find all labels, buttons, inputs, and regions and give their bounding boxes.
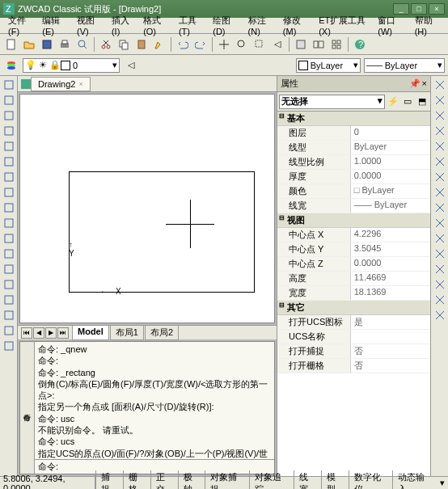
stretch-icon[interactable] <box>432 200 448 215</box>
ellipse-icon[interactable] <box>1 200 17 215</box>
offset-icon[interactable] <box>432 124 448 138</box>
property-row[interactable]: 图层0 <box>277 126 430 141</box>
new-icon[interactable] <box>3 36 19 53</box>
status-toggle[interactable]: 模型 <box>321 470 349 490</box>
arc-icon[interactable] <box>1 139 17 154</box>
property-row[interactable]: 打开捕捉否 <box>277 344 430 359</box>
menu-item[interactable]: 工具(T) <box>174 13 208 38</box>
scale-icon[interactable] <box>432 185 448 200</box>
break-icon[interactable] <box>432 247 448 261</box>
block-icon[interactable] <box>1 231 17 246</box>
tool-palette-icon[interactable] <box>328 36 344 53</box>
open-icon[interactable] <box>21 36 37 53</box>
copy-icon[interactable] <box>432 93 448 107</box>
mtext-icon[interactable] <box>1 339 17 353</box>
property-row[interactable]: 中心点 X4.2296 <box>277 228 430 242</box>
command-history[interactable]: 命令: _qnew 命令: 命令: _rectang 倒角(C)/标高(E)/圆… <box>35 342 274 459</box>
property-row[interactable]: 颜色□ ByLayer <box>277 184 430 199</box>
menu-item[interactable]: 标注(N) <box>243 13 278 38</box>
undo-icon[interactable] <box>175 36 191 53</box>
erase-icon[interactable] <box>432 78 448 92</box>
menu-item[interactable]: 插入(I) <box>107 13 138 38</box>
properties-icon[interactable] <box>293 36 309 53</box>
rotate-icon[interactable] <box>432 170 448 184</box>
menu-item[interactable]: 格式(O) <box>138 13 174 38</box>
pin-icon[interactable]: 📌 <box>409 78 421 89</box>
property-category[interactable]: 其它 <box>277 301 430 315</box>
document-tab[interactable]: Drawing2× <box>31 77 91 91</box>
status-toggle[interactable]: 数字化仪 <box>349 470 393 490</box>
tab-first-button[interactable]: ⏮ <box>21 327 32 339</box>
move-icon[interactable] <box>432 154 448 169</box>
paste-icon[interactable] <box>133 36 150 53</box>
status-toggle[interactable]: 对象追踪 <box>249 470 294 490</box>
tab-last-button[interactable]: ⏭ <box>57 327 69 339</box>
fillet-icon[interactable] <box>432 293 448 307</box>
status-toggle[interactable]: 动态输入 <box>392 470 437 490</box>
menu-item[interactable]: 窗口(W) <box>373 13 409 38</box>
property-row[interactable]: 打开UCS图标是 <box>277 315 430 330</box>
menu-item[interactable]: 编辑(E) <box>37 13 72 38</box>
status-toggle[interactable]: 栅格 <box>123 470 150 490</box>
array-icon[interactable] <box>432 139 448 154</box>
tab-next-button[interactable]: ▶ <box>45 327 57 339</box>
properties-grid[interactable]: 基本图层0线型ByLayer线型比例1.0000厚度0.0000颜色□ ByLa… <box>277 112 430 476</box>
match-icon[interactable] <box>151 36 167 53</box>
chevron-icon[interactable]: ▾ <box>437 478 448 488</box>
property-row[interactable]: 线型ByLayer <box>277 141 430 155</box>
property-row[interactable]: 中心点 Z0.0000 <box>277 257 430 272</box>
toggle-pim-icon[interactable]: ⬒ <box>416 95 429 108</box>
redo-icon[interactable] <box>192 36 209 53</box>
status-toggle[interactable]: 极轴 <box>178 470 205 490</box>
menu-item[interactable]: 视图(V) <box>72 13 107 38</box>
table-icon[interactable] <box>1 308 17 322</box>
layer-prev-icon[interactable]: ◁ <box>123 57 139 74</box>
layout-tab[interactable]: Model <box>72 325 109 340</box>
hatch-icon[interactable] <box>1 262 17 276</box>
status-toggle[interactable]: 线宽 <box>294 470 321 490</box>
menu-item[interactable]: 绘图(D) <box>208 13 243 38</box>
select-objects-icon[interactable]: ▭ <box>401 95 414 108</box>
polygon-icon[interactable] <box>1 108 17 123</box>
pline-icon[interactable] <box>1 93 17 107</box>
menu-item[interactable]: 修改(M) <box>278 13 314 38</box>
layout-tab[interactable]: 布局1 <box>110 325 144 340</box>
preview-icon[interactable] <box>74 36 91 53</box>
status-toggle[interactable]: 捕捉 <box>95 470 123 490</box>
design-center-icon[interactable] <box>311 36 327 53</box>
tab-prev-button[interactable]: ◀ <box>33 327 44 339</box>
color-combo[interactable]: ByLayer▾ <box>296 58 361 73</box>
layer-combo[interactable]: 💡 ☀ 🔒 0▾ <box>23 58 120 73</box>
help-icon[interactable]: ? <box>352 36 368 53</box>
property-row[interactable]: 厚度0.0000 <box>277 170 430 184</box>
point-icon[interactable] <box>1 247 17 261</box>
chamfer-icon[interactable] <box>432 277 448 292</box>
menu-item[interactable]: 帮助(H) <box>410 13 445 38</box>
spline-icon[interactable] <box>1 185 17 200</box>
save-icon[interactable] <box>39 36 55 53</box>
grad-icon[interactable] <box>1 277 17 292</box>
property-row[interactable]: 宽度18.1369 <box>277 286 430 301</box>
property-row[interactable]: UCS名称 <box>277 330 430 344</box>
region-icon[interactable] <box>1 293 17 307</box>
print-icon[interactable] <box>57 36 73 53</box>
circle-icon[interactable] <box>1 154 17 169</box>
trim-icon[interactable] <box>432 216 448 230</box>
pan-icon[interactable] <box>216 36 232 53</box>
property-row[interactable]: 线型比例1.0000 <box>277 155 430 170</box>
close-panel-icon[interactable]: × <box>422 78 427 89</box>
property-row[interactable]: 高度11.4669 <box>277 272 430 286</box>
text-icon[interactable] <box>1 323 17 338</box>
menu-item[interactable]: ET扩展工具(X) <box>314 13 373 38</box>
layer-manager-icon[interactable] <box>3 57 19 74</box>
rect-icon[interactable] <box>1 124 17 138</box>
drawing-canvas[interactable]: ↑Y → X <box>19 94 275 323</box>
selection-combo[interactable]: 无选择▾ <box>279 95 385 109</box>
status-toggle[interactable]: 正交 <box>150 470 178 490</box>
zoom-icon[interactable] <box>234 36 250 53</box>
cut-icon[interactable] <box>98 36 114 53</box>
join-icon[interactable] <box>432 262 448 276</box>
zoom-prev-icon[interactable]: ◁ <box>269 36 285 53</box>
extend-icon[interactable] <box>432 231 448 246</box>
line-icon[interactable] <box>1 78 17 92</box>
